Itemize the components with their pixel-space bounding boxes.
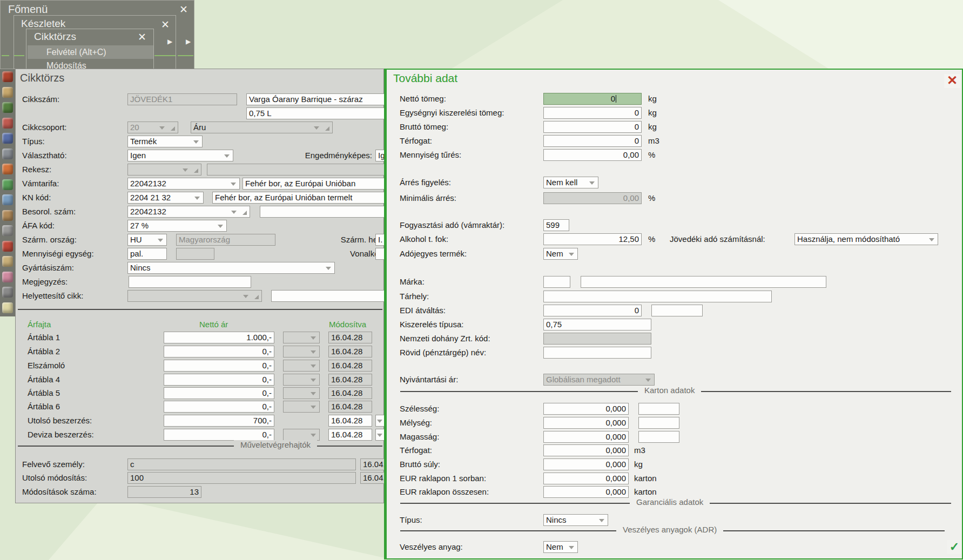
price-value-field[interactable]: 0,- [164,360,274,372]
price-date-field[interactable]: 16.04.28 [328,387,372,399]
price-value-field[interactable]: 0,- [164,387,274,399]
item-name2-field[interactable]: 0,75 L [246,107,385,119]
felvevo-field[interactable]: c [127,458,356,470]
szarm-orszag-select[interactable]: HU [127,234,167,246]
cikkcsoport-code-select[interactable]: 20 [127,122,178,133]
terfogat-field[interactable]: 0 [543,135,642,147]
price-value-field[interactable]: 700,- [164,415,274,427]
utolso-modositas-date-field[interactable]: 16.04.28 [360,472,385,484]
price-modifier-select[interactable] [283,374,320,386]
price-modifier-select[interactable] [283,360,320,372]
package-icon[interactable] [2,210,13,221]
vonalkod-field[interactable] [375,248,385,260]
engedmenykepes-field[interactable]: Igen [375,150,385,161]
price-modifier-select[interactable] [283,429,320,441]
plate-icon[interactable] [2,118,13,129]
dohany-kod-field[interactable] [543,333,651,345]
kiszereles-tipusa-field[interactable]: 0,75 [543,319,651,330]
main-menu-expand-icon[interactable]: ▶ [186,38,191,45]
price-modifier-select[interactable] [283,387,320,399]
gyartasi-select[interactable]: Nincs [127,262,335,274]
rovid-nev-field[interactable] [543,347,651,359]
melyseg-extra-field[interactable] [638,417,679,429]
marka-code-field[interactable] [543,276,570,288]
price-modifier-select[interactable] [283,401,320,413]
book-icon[interactable] [2,164,13,174]
kn-select[interactable]: 2204 21 32 [127,192,204,204]
vamtarifa-desc-field[interactable]: Fehér bor, az Európai Unióban [243,178,385,190]
price-value-field[interactable]: 0,- [164,374,274,386]
minimalis-arres-field[interactable]: 0,00 [543,192,642,204]
magassag-field[interactable]: 0,000 [543,431,629,443]
besorol-select[interactable]: 22042132 [127,206,250,218]
price-date-field[interactable]: 16.04.28 [328,415,372,427]
cart-icon[interactable] [2,87,13,98]
chart-icon[interactable] [2,179,13,190]
szarm-hely-field[interactable]: I. [375,234,385,246]
tarhely-field[interactable] [543,291,772,302]
cikkszam-field[interactable]: JÖVEDÉK1 [127,93,237,105]
helyettesito-name-field[interactable] [271,290,385,302]
picture-icon[interactable] [2,194,13,205]
szarm-orszag-name-field[interactable]: Magyarország [176,234,275,246]
felvevo-date-field[interactable]: 16.04.28 [360,458,385,470]
eur-raklapon-osszesen-field[interactable]: 0,000 [543,486,629,498]
nyilvantartasi-ar-select[interactable]: Globálisan megadott [543,374,655,386]
megjegyzes-field[interactable] [129,276,251,288]
price-date-select[interactable] [375,429,385,441]
magassag-extra-field[interactable] [638,431,679,443]
close-button[interactable]: ✕ [944,74,960,88]
item-menu-close-icon[interactable]: ✕ [138,32,146,42]
cikkcsoport-name-select[interactable]: Áru [191,122,333,133]
rekesz-select[interactable] [127,164,201,176]
crate-icon[interactable] [2,256,13,267]
confirm-check-button[interactable]: ✓ [947,540,962,554]
person-icon[interactable] [2,272,13,282]
price-date-field[interactable]: 16.04.28 [328,374,372,386]
szelesseg-field[interactable]: 0,000 [543,403,629,415]
price-value-field[interactable]: 0,- [164,429,274,441]
basket-icon[interactable] [2,71,13,82]
tools-icon[interactable] [2,287,13,298]
price-date-select[interactable] [375,415,385,427]
adojegyes-select[interactable]: Nem [543,248,578,260]
mennyiseg-tures-field[interactable]: 0,00 [543,149,642,161]
vamtarifa-select[interactable]: 22042132 [127,178,240,190]
blocks-icon[interactable] [2,133,13,144]
edi-field[interactable]: 0 [543,305,642,316]
price-modifier-select[interactable] [283,346,320,357]
stock-menu-expand-icon[interactable]: ▶ [167,38,172,45]
garancia-tipus-select[interactable]: Nincs [543,514,608,526]
jovedeki-select[interactable]: Használja, nem módosítható [794,233,938,245]
valaszthato-select[interactable]: Igen [127,150,233,161]
brutto-suly-field[interactable]: 0,000 [543,458,629,470]
price-date-field[interactable]: 16.04.28 [328,360,372,372]
veszelyes-anyag-select[interactable]: Nem [543,541,578,553]
price-value-field[interactable]: 0,- [164,401,274,413]
alkohol-fok-field[interactable]: 12,50 [543,233,642,245]
edi-extra-field[interactable] [651,305,703,316]
price-date-field[interactable]: 16.04.28 [328,346,372,357]
price-value-field[interactable]: 1.000,- [164,332,274,343]
notepad-icon[interactable] [2,302,13,313]
menu-item-felvetel[interactable]: Felvétel (Alt+C) [28,45,153,59]
price-date-field[interactable]: 16.04.28 [328,429,372,441]
arres-figyeles-select[interactable]: Nem kell [543,177,598,188]
kn-desc-field[interactable]: Fehér bor, az Európai Unióban termelt [212,192,385,204]
item-name-field[interactable]: Varga Óarany Barrique - száraz [246,93,385,105]
netto-tomeg-field[interactable]: 0 [543,93,642,105]
price-date-field[interactable]: 16.04.28 [328,332,372,343]
utolso-modositas-field[interactable]: 100 [127,472,356,484]
mennyisegi-extra-field[interactable] [176,248,214,260]
main-menu-close-icon[interactable]: ✕ [179,4,188,15]
menu-item-modositas[interactable]: Módosítás [28,59,153,69]
fogyasztasi-ado-field[interactable]: 599 [543,219,569,231]
besorol-desc-field[interactable] [260,206,385,218]
documents-icon[interactable] [2,102,13,113]
stock-menu-close-icon[interactable]: ✕ [161,19,170,30]
karton-terfogat-field[interactable]: 0,000 [543,444,629,456]
rekesz-name-field[interactable] [207,164,385,176]
modositasok-szama-field[interactable]: 13 [127,486,201,498]
mennyisegi-field[interactable]: pal. [127,248,167,260]
home-icon[interactable] [2,241,13,252]
